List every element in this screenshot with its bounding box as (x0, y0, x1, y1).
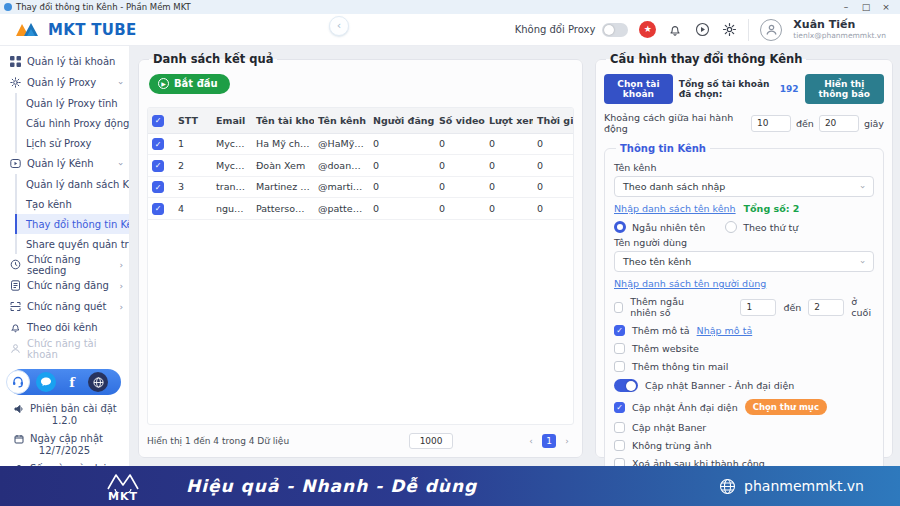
sidebar-item-channel-monitor[interactable]: Theo dõi kênh (0, 317, 129, 338)
globe-icon (719, 478, 736, 495)
sidebar-item-dynamic-proxy[interactable]: Cấu hình Proxy động (15, 113, 129, 133)
play-circle-icon[interactable] (694, 22, 710, 38)
sidebar-group-seeding[interactable]: Chức năng seeding › (0, 254, 129, 275)
mkt-footer-logo: MKT (102, 471, 144, 502)
proxy-toggle[interactable] (602, 23, 628, 37)
sidebar-item-proxy-history[interactable]: Lịch sử Proxy (15, 133, 129, 153)
user-email: tienlx@phanmemmkt.vn (793, 32, 886, 41)
page-size-input[interactable] (409, 433, 453, 449)
config-panel: Cấu hình thay đổi thông Kênh Chọn tài kh… (595, 52, 893, 458)
column-header: Tên kênh (314, 108, 369, 133)
sidebar-item-create-channel[interactable]: Tạo kênh (15, 194, 129, 214)
rand-to-input[interactable] (808, 299, 844, 316)
rand-from-input[interactable] (740, 299, 776, 316)
row-checkbox[interactable]: ✓ (152, 181, 164, 193)
start-button[interactable]: ▶ Bắt đầu (149, 74, 230, 94)
channel-name-label: Tên kênh (614, 162, 874, 173)
updated-value: 12/7/2025 (0, 445, 129, 456)
current-page-button[interactable]: 1 (542, 434, 556, 448)
choose-folder-button[interactable]: Chọn thư mục (745, 399, 827, 415)
show-notifications-button[interactable]: Hiển thị thông báo (805, 74, 884, 104)
minimize-button[interactable]: – (836, 0, 856, 14)
sidebar-group-posting[interactable]: Chức năng đăng › (0, 275, 129, 296)
sidebar-item-account-functions[interactable]: Chức năng tài khoản (0, 338, 129, 359)
radio-random-name[interactable]: Ngẫu nhiên tên (614, 221, 705, 233)
import-usernames-link[interactable]: Nhập danh sách tên người dùng (614, 278, 766, 289)
update-avatar-checkbox[interactable]: ✓ (614, 402, 625, 413)
update-banner-avatar-toggle[interactable] (614, 379, 638, 392)
sidebar-item-account-management[interactable]: Quản lý tài khoản (0, 51, 129, 72)
channel-info-legend: Thông tin Kênh (616, 143, 710, 154)
config-legend: Cấu hình thay đổi thông Kênh (606, 52, 806, 66)
username-select[interactable]: Theo tên kênh › (614, 251, 874, 272)
row-checkbox[interactable]: ✓ (152, 203, 164, 215)
scan-icon (10, 301, 21, 312)
gap-from-input[interactable] (751, 115, 791, 132)
row-checkbox[interactable]: ✓ (152, 138, 164, 150)
add-description-checkbox[interactable]: ✓ (614, 325, 625, 336)
sidebar-item-channel-list[interactable]: Quản lý danh sách Kênh (15, 174, 129, 194)
sidebar-collapse-button[interactable]: ‹ (329, 16, 349, 36)
sidebar-item-change-channel-info[interactable]: Thay đổi thông tin Kênh (15, 214, 129, 234)
column-header: Email (212, 108, 252, 133)
version-icon (14, 404, 24, 414)
avatar[interactable] (760, 19, 782, 41)
table-row: ✓ 1Mychau...Ha Mỹ châu@HaMỹchâ...0000 (148, 133, 573, 155)
channel-name-select[interactable]: Theo danh sách nhập › (614, 176, 874, 197)
mkt-logo-icon (14, 20, 44, 40)
brand-logo: MKT TUBE (14, 20, 137, 40)
total-selected-value: 192 (780, 84, 799, 94)
column-header: Người đăng ký (369, 108, 435, 133)
gap-to-input[interactable] (819, 115, 859, 132)
sidebar-group-proxy[interactable]: Quản lý Proxy › (0, 72, 129, 93)
sidebar-item-share-channel-admin[interactable]: Share quyền quản trị Kênh (15, 234, 129, 254)
next-page-button[interactable]: › (560, 434, 574, 448)
user-name: Xuân Tiến (793, 19, 886, 32)
channel-info-section: Thông tin Kênh Tên kênh Theo danh sách n… (604, 143, 884, 506)
username-label: Tên người dùng (614, 237, 874, 248)
grid-icon (10, 56, 21, 67)
select-all-checkbox[interactable]: ✓ (152, 115, 164, 127)
chevron-down-icon: › (858, 260, 868, 264)
add-mail-info-checkbox[interactable] (614, 361, 625, 372)
radio-icon (725, 221, 737, 233)
footer-site[interactable]: phanmemmkt.vn (719, 478, 864, 495)
user-icon (10, 343, 21, 354)
facebook-icon[interactable]: f (62, 372, 82, 392)
close-button[interactable]: × (876, 0, 896, 14)
sidebar-item-static-proxy[interactable]: Quản lý Proxy tĩnh (15, 93, 129, 113)
radio-icon (614, 221, 626, 233)
support-headset-icon[interactable] (6, 370, 30, 394)
header-divider (748, 19, 749, 41)
settings-gear-icon[interactable] (721, 22, 737, 38)
enter-description-link[interactable]: Nhập mô tả (697, 325, 753, 336)
globe-icon[interactable] (88, 372, 108, 392)
radio-in-order[interactable]: Theo thứ tự (725, 221, 798, 233)
table-row: ✓ 3trandan...Martinez Thái C...@martinez… (148, 176, 573, 198)
import-channel-names-link[interactable]: Nhập danh sách tên kênh (614, 203, 736, 214)
table-footer-text: Hiển thị 1 đến 4 trong 4 Dữ liệu (147, 436, 289, 446)
column-header: STT (174, 108, 212, 133)
update-avatar-label: Cập nhật Ảnh đại diện (632, 402, 738, 413)
no-duplicate-checkbox[interactable] (614, 440, 625, 451)
choose-accounts-button[interactable]: Chọn tài khoản (604, 74, 673, 104)
add-website-label: Thêm website (632, 343, 699, 354)
notifications-bell-icon[interactable] (667, 22, 683, 38)
gear-icon (10, 77, 21, 88)
row-checkbox[interactable]: ✓ (152, 160, 164, 172)
add-website-checkbox[interactable] (614, 343, 625, 354)
notification-star-icon[interactable]: ★ (639, 21, 656, 38)
user-info[interactable]: Xuân Tiến tienlx@phanmemmkt.vn (793, 19, 886, 40)
results-legend: Danh sách kết quả (149, 52, 277, 66)
app-icon (4, 3, 12, 11)
zalo-icon[interactable] (36, 372, 56, 392)
pagination: ‹ 1 › (524, 434, 574, 448)
prev-page-button[interactable]: ‹ (524, 434, 538, 448)
total-count-badge: Tổng số: 2 (744, 203, 800, 214)
update-banner-checkbox[interactable] (614, 422, 625, 433)
add-random-number-checkbox[interactable] (614, 302, 623, 313)
maximize-button[interactable]: □ (856, 0, 876, 14)
gap-unit: giây (864, 118, 884, 129)
sidebar-group-scan[interactable]: Chức năng quét › (0, 296, 129, 317)
sidebar-group-channel[interactable]: Quản lý Kênh › (0, 153, 129, 174)
